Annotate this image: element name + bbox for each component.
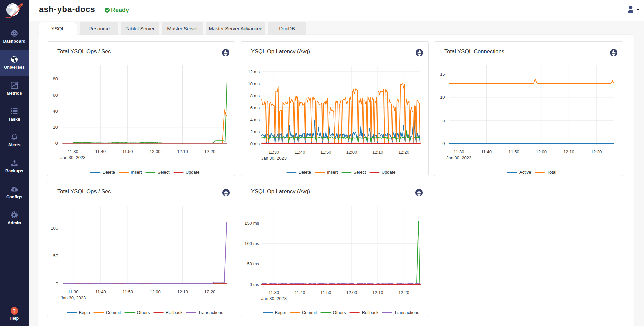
svg-text:50 ms: 50 ms (247, 261, 259, 266)
svg-text:11:50: 11:50 (320, 150, 331, 155)
svg-text:11:50: 11:50 (122, 149, 133, 154)
svg-text:12:20: 12:20 (204, 149, 216, 154)
svg-text:40: 40 (53, 109, 58, 114)
svg-text:10: 10 (440, 95, 445, 100)
svg-text:12:10: 12:10 (563, 149, 574, 154)
svg-text:12:00: 12:00 (346, 290, 357, 295)
svg-text:15: 15 (440, 72, 445, 77)
svg-text:0 ms: 0 ms (250, 282, 259, 287)
svg-text:0 ms: 0 ms (250, 141, 260, 146)
svg-text:11:50: 11:50 (122, 289, 133, 294)
svg-text:11:50: 11:50 (508, 149, 519, 154)
svg-text:60: 60 (53, 93, 58, 98)
svg-text:10 ms: 10 ms (248, 81, 260, 86)
svg-text:Jan 30, 2023: Jan 30, 2023 (60, 155, 85, 160)
svg-text:11:30: 11:30 (454, 149, 464, 154)
svg-text:12:20: 12:20 (398, 150, 409, 155)
svg-text:6 ms: 6 ms (250, 105, 260, 110)
svg-text:12:10: 12:10 (177, 149, 188, 154)
svg-text:11:40: 11:40 (481, 149, 492, 154)
svg-text:0: 0 (56, 281, 58, 286)
svg-text:Jan 30, 2023: Jan 30, 2023 (261, 156, 287, 161)
svg-text:100: 100 (51, 226, 58, 231)
svg-text:12:00: 12:00 (150, 289, 161, 294)
svg-text:11:30: 11:30 (269, 290, 279, 295)
svg-text:11:40: 11:40 (295, 150, 305, 155)
svg-text:11:40: 11:40 (295, 290, 305, 295)
svg-text:12:20: 12:20 (398, 290, 409, 295)
svg-text:12:10: 12:10 (177, 289, 188, 294)
svg-text:80: 80 (53, 76, 58, 82)
svg-text:Jan 30, 2023: Jan 30, 2023 (261, 296, 287, 301)
svg-text:12 ms: 12 ms (248, 69, 260, 74)
svg-text:12:00: 12:00 (346, 150, 357, 155)
svg-text:0: 0 (55, 141, 58, 146)
svg-text:11:40: 11:40 (95, 289, 106, 294)
svg-text:12:10: 12:10 (372, 150, 383, 155)
svg-text:12:20: 12:20 (591, 149, 602, 154)
svg-text:12:10: 12:10 (372, 290, 383, 295)
svg-text:11:50: 11:50 (320, 290, 331, 295)
svg-text:150 ms: 150 ms (244, 221, 259, 226)
svg-text:11:40: 11:40 (95, 149, 106, 154)
svg-text:2 ms: 2 ms (250, 129, 260, 134)
svg-text:12:20: 12:20 (204, 289, 216, 294)
svg-text:Jan 30, 2023: Jan 30, 2023 (61, 295, 86, 300)
svg-text:50: 50 (53, 253, 58, 258)
svg-text:100 ms: 100 ms (244, 241, 259, 246)
svg-text:11:30: 11:30 (68, 289, 79, 294)
svg-text:5: 5 (442, 118, 445, 123)
svg-text:11:30: 11:30 (269, 150, 279, 155)
svg-text:11:30: 11:30 (68, 149, 78, 154)
svg-text:20: 20 (53, 125, 58, 130)
svg-text:0: 0 (442, 141, 445, 146)
svg-text:4 ms: 4 ms (250, 117, 260, 122)
svg-text:8 ms: 8 ms (250, 93, 260, 98)
svg-text:12:00: 12:00 (150, 149, 161, 154)
svg-text:Jan 30, 2023: Jan 30, 2023 (446, 155, 471, 160)
svg-text:12:00: 12:00 (536, 149, 547, 154)
